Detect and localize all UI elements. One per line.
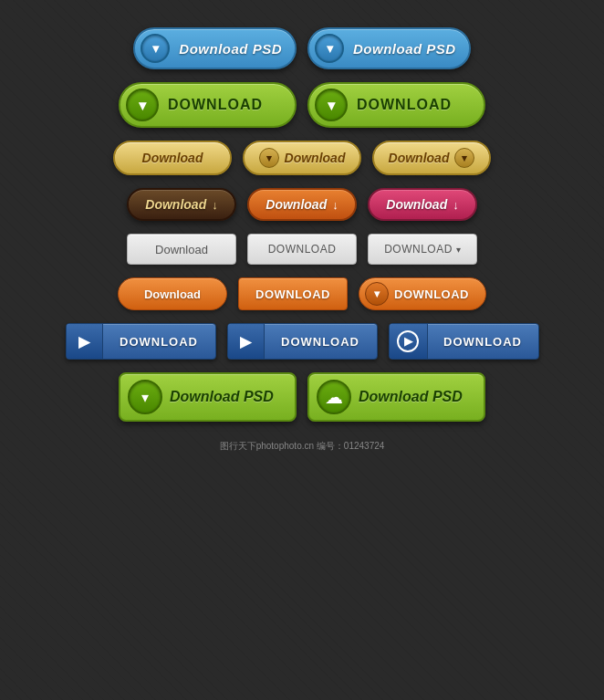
download-gray-3-label: DOWNLOAD [384,243,453,256]
download-orange-pill[interactable]: Download ↓ [247,188,357,221]
circle-icon: ▶ [397,330,419,352]
download-green-large-2[interactable]: ☁ Download PSD [307,372,485,422]
download-green-2[interactable]: ▾ DOWNLOAD [307,82,485,128]
download-blue-pill-2-label: Download PSD [353,41,456,57]
download-green-large-1-label: Download PSD [170,389,274,405]
row-orange-flat: Download DOWNLOAD ▾ DOWNLOAD [118,277,486,310]
row-gray-flat: Download DOWNLOAD DOWNLOAD ▾ [127,234,477,265]
download-blue-pill-2[interactable]: ▾ Download PSD [307,27,471,69]
download-yellow-1[interactable]: Download [113,141,232,175]
download-blue-circle-label: DOWNLOAD [428,335,538,349]
download-orange-flat-1[interactable]: Download [118,277,227,310]
arrow-accent-1: ▶ [67,324,103,359]
download-brown[interactable]: Download ↓ [127,188,236,221]
row-green-rects: ▾ DOWNLOAD ▾ DOWNLOAD [119,82,485,128]
arrow-accent-2: ▶ [228,324,265,359]
arrow-down-orange-pill: ↓ [332,198,338,212]
arrow-down-brown: ↓ [212,198,218,212]
arrow-right-icon-2: ▶ [240,333,251,350]
arrow-right-icon-1: ▶ [78,333,89,350]
arrow-circle-icon: ▾ [259,148,279,168]
download-yellow-1-label: Download [142,151,203,165]
download-gray-3[interactable]: DOWNLOAD ▾ [368,234,477,265]
arrow-down-icon-green-1: ▾ [126,89,159,121]
watermark: 图行天下photophoto.cn 编号：01243724 [220,440,385,453]
download-blue-arrow-1-label: DOWNLOAD [103,335,215,349]
download-pink-label: Download [386,197,447,212]
download-yellow-2[interactable]: ▾ Download [243,141,361,175]
download-orange-flat-2-label: DOWNLOAD [255,287,330,301]
download-gray-1[interactable]: Download [127,234,236,265]
download-blue-arrow-1[interactable]: ▶ DOWNLOAD [66,323,216,360]
download-blue-arrow-2[interactable]: ▶ DOWNLOAD [227,323,378,360]
download-gray-1-label: Download [155,243,208,256]
download-yellow-2-label: Download [285,151,346,165]
download-green-1[interactable]: ▾ DOWNLOAD [119,82,297,128]
row-yellow-pills: Download ▾ Download Download ▾ [113,141,491,175]
download-orange-icon-label: DOWNLOAD [394,287,469,301]
download-blue-circle[interactable]: ▶ DOWNLOAD [389,323,539,360]
download-orange-flat-2[interactable]: DOWNLOAD [238,277,348,310]
circle-accent: ▶ [390,324,428,359]
download-blue-arrow-2-label: DOWNLOAD [265,335,377,349]
buttons-container: ▾ Download PSD ▾ Download PSD ▾ DOWNLOAD… [0,18,604,431]
download-blue-pill-1-label: Download PSD [179,41,282,57]
download-green-2-label: DOWNLOAD [357,97,452,113]
arrow-circle-icon-3: ▾ [454,148,474,168]
download-icon-circle: ▾ [365,282,389,306]
dropdown-arrow-icon: ▾ [456,245,461,255]
download-green-large-2-label: Download PSD [359,389,463,405]
arrow-down-icon-2: ▾ [315,34,344,63]
download-orange-pill-label: Download [266,197,327,212]
download-gray-2-label: DOWNLOAD [268,243,337,256]
download-pink[interactable]: Download ↓ [368,188,477,221]
download-gray-2[interactable]: DOWNLOAD [247,234,357,265]
arrow-down-pink: ↓ [453,198,459,212]
download-orange-flat-1-label: Download [144,287,201,301]
cloud-icon: ☁ [317,380,351,414]
download-yellow-3-label: Download [389,151,450,165]
arrow-down-green-large-1: ▾ [128,380,162,414]
arrow-down-icon-1: ▾ [141,34,170,63]
arrow-down-icon-green-2: ▾ [315,89,348,121]
download-green-large-1[interactable]: ▾ Download PSD [119,372,297,422]
row-blue-pills: ▾ Download PSD ▾ Download PSD [133,27,470,69]
download-blue-pill-1[interactable]: ▾ Download PSD [133,27,297,69]
row-green-large: ▾ Download PSD ☁ Download PSD [119,372,485,422]
row-blue-arrows: ▶ DOWNLOAD ▶ DOWNLOAD ▶ DOWNLOAD [66,323,539,360]
download-yellow-3[interactable]: Download ▾ [372,141,491,175]
row-colored-pills: Download ↓ Download ↓ Download ↓ [127,188,477,221]
download-orange-icon[interactable]: ▾ DOWNLOAD [359,277,486,310]
download-brown-label: Download [145,197,206,212]
download-green-1-label: DOWNLOAD [168,97,263,113]
